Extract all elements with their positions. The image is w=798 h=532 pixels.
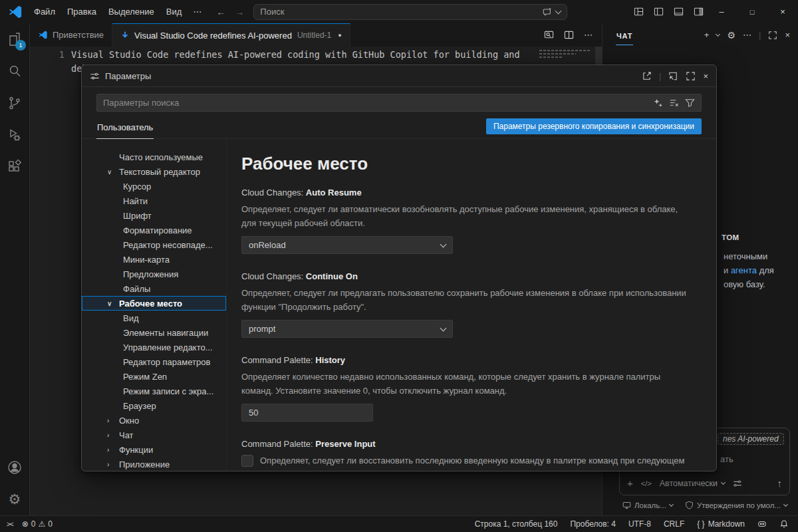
- local-session-picker[interactable]: Локаль...: [622, 501, 673, 509]
- tab-user[interactable]: Пользователь: [96, 118, 154, 139]
- close-panel-icon[interactable]: ×: [785, 30, 790, 40]
- filter-icon[interactable]: [685, 98, 695, 108]
- settings-search-input[interactable]: [103, 98, 647, 108]
- tree-item[interactable]: ›Приложение: [82, 457, 226, 471]
- remote-indicator-icon[interactable]: ><: [7, 521, 13, 528]
- tree-item[interactable]: ›Функции: [82, 442, 226, 457]
- settings-dialog-titlebar[interactable]: Параметры | ×: [82, 65, 716, 87]
- toggle-panel-icon[interactable]: [674, 7, 684, 17]
- account-icon[interactable]: [0, 452, 29, 483]
- status-item[interactable]: Строка 1, столбец 160: [475, 519, 558, 529]
- copilot-chat-icon[interactable]: [543, 7, 552, 17]
- status-item[interactable]: Пробелов: 4: [570, 519, 616, 529]
- close-window-icon[interactable]: ×: [767, 0, 798, 23]
- run-debug-icon[interactable]: [0, 119, 29, 151]
- tree-item[interactable]: Элементы навигации: [82, 325, 226, 340]
- send-icon[interactable]: ↑: [777, 477, 783, 489]
- attachment-chip[interactable]: nes AI-powered: [718, 433, 784, 445]
- tree-item[interactable]: Шрифт: [82, 208, 226, 223]
- tree-item[interactable]: Курсор: [82, 179, 226, 194]
- tree-item[interactable]: ›Окно: [82, 413, 226, 428]
- tree-item[interactable]: Найти: [82, 194, 226, 208]
- tree-item[interactable]: Часто используемые: [82, 150, 226, 164]
- problems-indicator[interactable]: ⊗ 0 ⚠ 0: [22, 519, 53, 529]
- toggle-sidebar-icon[interactable]: [654, 7, 664, 17]
- tree-item[interactable]: Мини-карта: [82, 252, 226, 267]
- minimize-icon[interactable]: –: [706, 0, 737, 23]
- tab-welcome[interactable]: Приветствие: [30, 23, 112, 47]
- menu-more-icon[interactable]: ⋯: [188, 4, 207, 19]
- back-icon[interactable]: ←: [216, 7, 225, 17]
- explorer-icon[interactable]: 1: [0, 23, 29, 55]
- tree-item[interactable]: Браузер: [82, 398, 226, 413]
- tab-untitled[interactable]: Visual Studio Code redefines AI-powered …: [112, 23, 350, 47]
- tree-item[interactable]: ›Чат: [82, 428, 226, 442]
- menu-item[interactable]: Файл: [28, 4, 61, 19]
- chevron-down-icon[interactable]: [716, 32, 720, 37]
- minimap[interactable]: [539, 50, 591, 60]
- attach-icon[interactable]: +: [627, 477, 633, 489]
- ai-sparkle-icon[interactable]: [653, 98, 663, 108]
- copilot-status-icon[interactable]: [757, 519, 767, 529]
- tree-item[interactable]: Режим Zen: [82, 369, 226, 384]
- maximize-icon[interactable]: □: [737, 0, 767, 23]
- toggle-secondary-sidebar-icon[interactable]: [694, 7, 704, 17]
- tree-item[interactable]: Форматирование: [82, 223, 226, 237]
- tree-item[interactable]: ∨Рабочее место: [82, 296, 226, 311]
- notifications-bell-icon[interactable]: [779, 519, 789, 529]
- menu-item[interactable]: Вид: [160, 4, 188, 19]
- agent-link[interactable]: агента: [731, 265, 757, 275]
- activity-bar: 1 ⚙: [0, 23, 30, 515]
- chat-tab[interactable]: ЧАТ: [616, 25, 633, 45]
- setting-item: Cloud Changes: Auto ResumeОпределяет, сл…: [241, 188, 702, 254]
- expand-window-icon[interactable]: [686, 71, 696, 81]
- backup-sync-button[interactable]: Параметры резервного копирования и синхр…: [486, 118, 702, 134]
- menu-item[interactable]: Выделение: [102, 4, 160, 19]
- chevron-right-icon: ›: [107, 461, 119, 468]
- approvals-picker[interactable]: Утверждения по умол...: [685, 501, 787, 509]
- more-actions-icon[interactable]: ⋯: [584, 30, 593, 40]
- menu-item[interactable]: Правка: [61, 4, 102, 19]
- move-into-editor-icon[interactable]: [642, 71, 652, 81]
- tree-item[interactable]: Режим записи с экра...: [82, 384, 226, 398]
- modified-dot-icon[interactable]: ●: [338, 32, 341, 39]
- chat-more-icon[interactable]: ⋯: [743, 30, 751, 40]
- chevron-down-icon[interactable]: [555, 7, 562, 14]
- tree-item[interactable]: Редактор несовпаде...: [82, 237, 226, 252]
- search-icon[interactable]: [0, 55, 29, 87]
- tree-item-label: Рабочее место: [119, 299, 182, 309]
- settings-list: Cloud Changes: Auto ResumeОпределяет, сл…: [241, 188, 702, 471]
- setting-select[interactable]: prompt: [241, 320, 453, 338]
- setting-select[interactable]: onReload: [241, 236, 453, 254]
- chat-settings-gear-icon[interactable]: ⚙: [727, 30, 735, 41]
- extensions-icon[interactable]: [0, 151, 29, 183]
- dock-window-icon[interactable]: [668, 71, 678, 81]
- tree-item[interactable]: Редактор параметров: [82, 354, 226, 369]
- status-item[interactable]: CRLF: [664, 519, 684, 529]
- language-mode[interactable]: { } Markdown: [697, 519, 745, 529]
- setting-number-input[interactable]: [241, 404, 373, 422]
- customize-layout-icon[interactable]: [634, 7, 644, 17]
- settings-gear-icon[interactable]: ⚙: [0, 483, 29, 515]
- status-item[interactable]: UTF-8: [628, 519, 651, 529]
- setting-title: Command Palette: History: [241, 355, 702, 365]
- tools-code-icon[interactable]: </>: [641, 479, 652, 487]
- forward-icon[interactable]: →: [235, 7, 244, 17]
- new-chat-icon[interactable]: +: [704, 30, 710, 40]
- checkbox[interactable]: [241, 455, 253, 467]
- source-control-icon[interactable]: [0, 87, 29, 119]
- close-dialog-icon[interactable]: ×: [703, 71, 708, 81]
- clear-search-icon[interactable]: [669, 98, 679, 108]
- command-center-search[interactable]: Поиск: [253, 4, 567, 20]
- chat-mode-picker[interactable]: Автоматически: [660, 479, 725, 488]
- tree-item[interactable]: ∨Текстовый редактор: [82, 164, 226, 179]
- open-preview-icon[interactable]: [544, 30, 554, 40]
- maximize-panel-icon[interactable]: [768, 31, 777, 40]
- tree-item[interactable]: Предложения: [82, 267, 226, 281]
- chat-toolbar: + </> Автоматически ↑: [627, 477, 782, 489]
- tree-item[interactable]: Файлы: [82, 281, 226, 296]
- tree-item[interactable]: Вид: [82, 311, 226, 325]
- split-editor-icon[interactable]: [564, 30, 574, 40]
- model-sliders-icon[interactable]: [733, 479, 742, 488]
- tree-item[interactable]: Управление редакто...: [82, 340, 226, 354]
